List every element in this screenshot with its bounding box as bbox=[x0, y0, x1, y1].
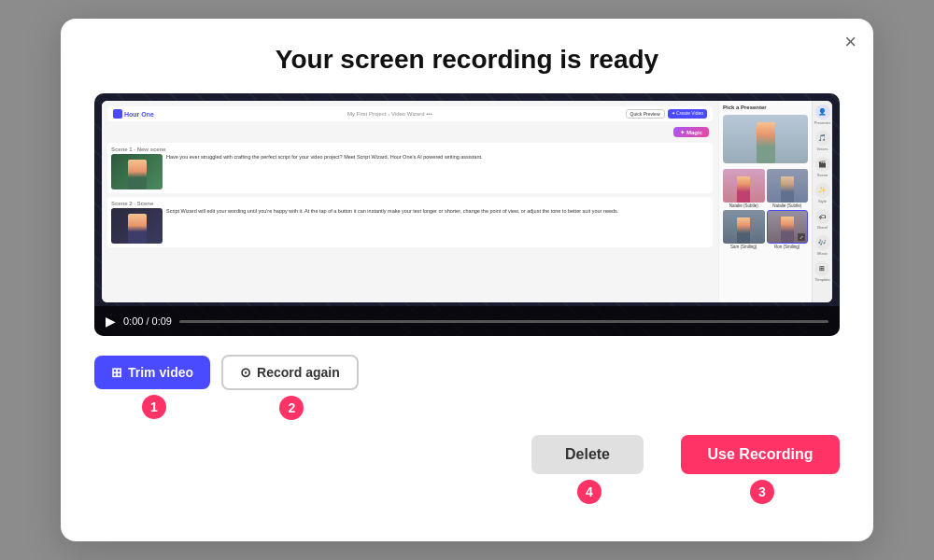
presenter-natalie2[interactable] bbox=[767, 169, 809, 203]
breadcrumb: My First Project › Video Wizard ••• bbox=[347, 111, 432, 117]
sidebar-music[interactable]: 🎶 Music bbox=[815, 235, 830, 256]
app-left-panel: Hour One My First Project › Video Wizard… bbox=[102, 101, 718, 302]
trim-label: Trim video bbox=[128, 365, 193, 380]
presenter-grid: Natalie (Subtle) Natalie (Subtle) bbox=[723, 169, 808, 249]
app-logo: Hour One bbox=[113, 109, 154, 119]
use-recording-button[interactable]: Use Recording bbox=[681, 435, 840, 474]
sidebar-presenter[interactable]: 👤 Presenter bbox=[814, 105, 830, 125]
create-video-btn[interactable]: ✦ Create Video bbox=[668, 109, 707, 119]
template-icon: ⊞ bbox=[814, 261, 829, 276]
sidebar-scene[interactable]: 🎬 Scene bbox=[815, 157, 830, 177]
presenter-sam[interactable] bbox=[723, 210, 765, 244]
record-again-label: Record again bbox=[257, 365, 340, 380]
top-right-buttons: Quick Preview ✦ Create Video bbox=[626, 109, 707, 119]
sidebar-template[interactable]: ⊞ Template bbox=[814, 261, 829, 282]
record-icon: ⊙ bbox=[240, 365, 251, 380]
delete-button[interactable]: Delete bbox=[531, 435, 644, 474]
logo-icon bbox=[113, 109, 122, 119]
video-controls: ▶ 0:00 / 0:09 bbox=[94, 306, 840, 336]
app-embed: Hour One My First Project › Video Wizard… bbox=[102, 101, 832, 302]
close-button[interactable]: × bbox=[844, 32, 856, 52]
presenter-natalie1-label: Natalie (Subtle) bbox=[723, 203, 765, 208]
magic-button[interactable]: ✦ Magic bbox=[673, 127, 709, 137]
scene2-person bbox=[128, 214, 147, 244]
presenter-panel-title: Pick a Presenter bbox=[723, 105, 808, 110]
modal-overlay: × Your screen recording is ready Hour On… bbox=[0, 0, 934, 560]
quick-preview-btn[interactable]: Quick Preview bbox=[626, 109, 665, 119]
action-buttons-row: ⊞ Trim video 1 ⊙ Record again 2 bbox=[94, 355, 840, 420]
scene1-person bbox=[128, 160, 147, 189]
presenter-ron-label: Ron (Smiling) bbox=[767, 245, 809, 249]
voices-icon: 🎵 bbox=[815, 131, 830, 146]
scene-icon: 🎬 bbox=[815, 157, 830, 172]
play-button[interactable]: ▶ bbox=[106, 314, 116, 329]
presenter-panel: Pick a Presenter Natalie (Subtle) bbox=[718, 101, 812, 302]
scenes-area: Scene 1 · New scene Have you ever strugg… bbox=[107, 143, 713, 297]
scene1-text: Have you ever struggled with crafting th… bbox=[166, 154, 709, 189]
modal-title: Your screen recording is ready bbox=[94, 45, 840, 75]
badge-4: 4 bbox=[577, 480, 601, 504]
sidebar-brand[interactable]: 🏷 Brand bbox=[815, 209, 830, 230]
scene2-text: Script Wizard will edit your wording unt… bbox=[166, 208, 709, 244]
progress-bar[interactable] bbox=[179, 320, 828, 323]
presenter-icon: 👤 bbox=[815, 105, 830, 119]
app-topbar: Hour One My First Project › Video Wizard… bbox=[107, 106, 713, 121]
scene2-thumbnail bbox=[111, 208, 163, 244]
time-display: 0:00 / 0:09 bbox=[123, 315, 172, 327]
style-icon: ✨ bbox=[815, 183, 830, 198]
badge-1: 1 bbox=[142, 395, 166, 419]
trim-video-button[interactable]: ⊞ Trim video bbox=[94, 356, 210, 389]
music-icon: 🎶 bbox=[815, 235, 830, 250]
brand-icon: 🏷 bbox=[815, 209, 830, 224]
video-preview-area: Hour One My First Project › Video Wizard… bbox=[94, 93, 840, 336]
scene1-row: Scene 1 · New scene Have you ever strugg… bbox=[107, 143, 713, 193]
scene1-label: Scene 1 · New scene bbox=[111, 147, 709, 152]
scene2-row: Scene 2 · Scene Script Wizard will edit … bbox=[107, 197, 713, 247]
scene1-thumbnail bbox=[111, 154, 163, 189]
presenter-natalie1[interactable] bbox=[723, 169, 765, 203]
trim-icon: ⊞ bbox=[111, 365, 122, 380]
badge-3: 3 bbox=[750, 480, 774, 504]
presenter-sam-label: Sam (Smiling) bbox=[723, 245, 765, 249]
badge-2: 2 bbox=[279, 396, 304, 420]
scene2-label: Scene 2 · Scene bbox=[111, 201, 709, 206]
modal: × Your screen recording is ready Hour On… bbox=[61, 19, 873, 541]
presenter-ron[interactable]: ⤢ bbox=[767, 210, 809, 244]
presenter-natalie2-label: Natalie (Subtle) bbox=[767, 203, 809, 208]
sidebar-style[interactable]: ✨ Style bbox=[815, 183, 830, 203]
sidebar-voices[interactable]: 🎵 Voices bbox=[815, 131, 830, 151]
record-again-button[interactable]: ⊙ Record again bbox=[221, 355, 359, 390]
